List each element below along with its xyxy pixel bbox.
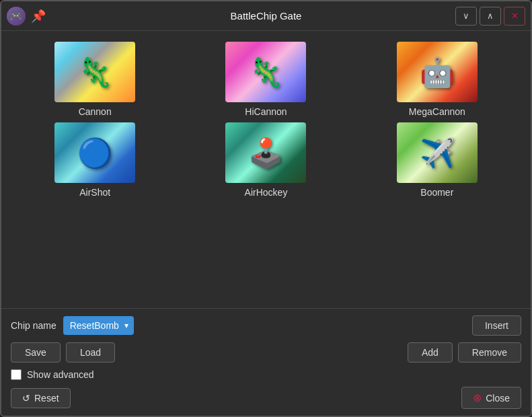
chip-image-hicannon: 🦎: [225, 42, 306, 102]
chip-item-cannon[interactable]: 🦎Cannon: [12, 42, 178, 117]
app-icon: 🎮: [7, 7, 26, 26]
buttons-row: Save Load Add Remove: [11, 342, 521, 363]
chip-name-select[interactable]: CannonHiCannonMegaCannonAirShotAirHockey…: [63, 316, 134, 335]
chip-name-select-wrapper: CannonHiCannonMegaCannonAirShotAirHockey…: [63, 316, 134, 335]
chip-item-boomer[interactable]: ✈️Boomer: [354, 122, 520, 198]
save-button[interactable]: Save: [11, 342, 61, 363]
chip-name-row: Chip name CannonHiCannonMegaCannonAirSho…: [11, 315, 521, 336]
insert-button[interactable]: Insert: [472, 315, 521, 336]
chip-item-hicannon[interactable]: 🦎HiCannon: [183, 42, 348, 117]
reset-label: Reset: [34, 393, 59, 404]
chip-label-airshot: AirShot: [79, 187, 110, 198]
close-button[interactable]: ⊗ Close: [461, 387, 521, 409]
chip-emoji-boomer: ✈️: [397, 122, 478, 183]
chip-image-airshot: 🔵: [54, 122, 135, 183]
battleship-gate-window: 🎮 📌 BattleChip Gate ∨ ∧ ✕ 🦎Cannon🦎HiCann…: [0, 0, 532, 417]
chip-item-megacannon[interactable]: 🤖MegaCannon: [354, 42, 520, 117]
load-button[interactable]: Load: [66, 342, 115, 363]
chip-emoji-airhockey: 🕹️: [225, 122, 306, 183]
chip-emoji-megacannon: 🤖: [397, 42, 478, 102]
title-bar-left: 🎮 📌: [7, 7, 46, 26]
chip-grid: 🦎Cannon🦎HiCannon🤖MegaCannon🔵AirShot🕹️Air…: [1, 31, 531, 308]
minimize-button[interactable]: ∨: [455, 7, 477, 26]
chip-emoji-hicannon: 🦎: [225, 42, 306, 102]
chip-emoji-airshot: 🔵: [54, 122, 135, 183]
chip-label-hicannon: HiCannon: [245, 106, 287, 117]
add-button[interactable]: Add: [408, 342, 453, 363]
close-label: Close: [486, 393, 510, 404]
maximize-button[interactable]: ∧: [480, 7, 501, 26]
controls-area: Chip name CannonHiCannonMegaCannonAirSho…: [1, 308, 531, 416]
chip-image-megacannon: 🤖: [397, 42, 478, 102]
window-title: BattleChip Gate: [231, 10, 302, 22]
close-window-button[interactable]: ✕: [504, 7, 525, 26]
chip-item-airhockey[interactable]: 🕹️AirHockey: [183, 122, 348, 198]
remove-button[interactable]: Remove: [458, 342, 521, 363]
close-circle-icon: ⊗: [473, 391, 482, 404]
chip-image-boomer: ✈️: [397, 122, 478, 183]
chip-image-cannon: 🦎: [54, 42, 135, 102]
chip-item-airshot[interactable]: 🔵AirShot: [12, 122, 178, 198]
advanced-row: Show advanced: [11, 369, 521, 380]
chip-label-boomer: Boomer: [420, 187, 453, 198]
reset-button[interactable]: ↺ Reset: [11, 388, 71, 408]
footer-row: ↺ Reset ⊗ Close: [11, 387, 521, 409]
pin-icon[interactable]: 📌: [31, 9, 46, 24]
chip-label-megacannon: MegaCannon: [409, 106, 465, 117]
app-icon-symbol: 🎮: [9, 9, 23, 22]
show-advanced-checkbox[interactable]: [11, 369, 22, 380]
chip-emoji-cannon: 🦎: [54, 42, 135, 102]
chip-name-label: Chip name: [11, 320, 56, 331]
reset-icon: ↺: [22, 393, 30, 404]
title-bar: 🎮 📌 BattleChip Gate ∨ ∧ ✕: [1, 1, 531, 31]
show-advanced-label[interactable]: Show advanced: [27, 369, 94, 380]
title-bar-controls: ∨ ∧ ✕: [455, 7, 525, 26]
chip-label-cannon: Cannon: [79, 106, 112, 117]
chip-image-airhockey: 🕹️: [225, 122, 306, 183]
chip-label-airhockey: AirHockey: [245, 187, 288, 198]
